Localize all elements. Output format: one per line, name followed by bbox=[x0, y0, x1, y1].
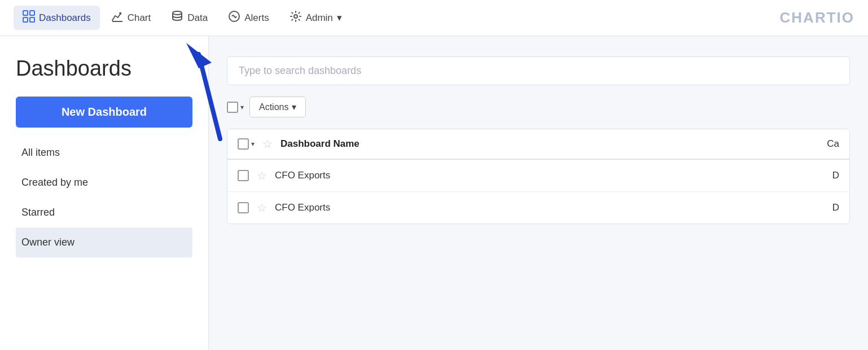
svg-point-5 bbox=[173, 11, 182, 15]
nav-item-data[interactable]: Data bbox=[162, 6, 217, 30]
nav-item-admin[interactable]: Admin ▾ bbox=[280, 6, 351, 30]
header-checkbox[interactable] bbox=[238, 138, 249, 150]
nav-items-list: Dashboards Chart Data bbox=[14, 6, 351, 30]
actions-label: Actions bbox=[259, 102, 288, 112]
table-row: ☆ CFO Exports D bbox=[227, 192, 849, 224]
row-2-checkbox[interactable] bbox=[238, 202, 249, 213]
table-header: ▾ ☆ Dashboard Name Ca bbox=[227, 129, 849, 160]
admin-icon bbox=[290, 10, 302, 25]
sidebar-title: Dashboards bbox=[16, 56, 192, 81]
select-all-checkbox-wrap: ▾ bbox=[227, 102, 244, 113]
svg-rect-0 bbox=[23, 11, 28, 15]
brand-logo: CHARTIO bbox=[780, 9, 854, 27]
nav-chart-label: Chart bbox=[128, 12, 151, 24]
sidebar: Dashboards New Dashboard All items Creat… bbox=[0, 36, 209, 350]
sidebar-item-owner-view[interactable]: Owner view bbox=[16, 228, 192, 257]
sidebar-item-starred[interactable]: Starred bbox=[16, 198, 192, 228]
row-1-checkbox[interactable] bbox=[238, 170, 249, 181]
search-input[interactable] bbox=[227, 56, 850, 85]
table-row: ☆ CFO Exports D bbox=[227, 160, 849, 192]
data-icon bbox=[171, 10, 183, 25]
select-dropdown-arrow[interactable]: ▾ bbox=[240, 103, 244, 111]
top-navigation: Dashboards Chart Data bbox=[0, 0, 868, 36]
row-1-col2: D bbox=[832, 170, 839, 181]
new-dashboard-button[interactable]: New Dashboard bbox=[16, 97, 192, 128]
nav-item-alerts[interactable]: Alerts bbox=[219, 6, 278, 30]
row-2-star-icon[interactable]: ☆ bbox=[257, 201, 267, 215]
nav-item-dashboards[interactable]: Dashboards bbox=[14, 6, 100, 30]
main-content: ▾ Actions ▾ ▾ ☆ Dashboard Name Ca bbox=[209, 36, 868, 350]
sidebar-item-created-by-me[interactable]: Created by me bbox=[16, 168, 192, 198]
actions-button[interactable]: Actions ▾ bbox=[249, 97, 306, 117]
col-dashboard-name: Dashboard Name bbox=[280, 138, 360, 150]
row-1-dashboard-name[interactable]: CFO Exports bbox=[275, 170, 330, 181]
nav-item-chart[interactable]: Chart bbox=[102, 6, 160, 30]
admin-chevron-icon: ▾ bbox=[337, 12, 342, 24]
sidebar-item-all-items[interactable]: All items bbox=[16, 138, 192, 168]
nav-dashboards-label: Dashboards bbox=[39, 12, 91, 24]
svg-rect-2 bbox=[23, 18, 28, 22]
main-layout: Dashboards New Dashboard All items Creat… bbox=[0, 36, 868, 350]
row-2-dashboard-name[interactable]: CFO Exports bbox=[275, 202, 330, 213]
row-1-star-icon[interactable]: ☆ bbox=[257, 169, 267, 182]
header-dropdown-arrow[interactable]: ▾ bbox=[251, 140, 255, 148]
chart-icon bbox=[111, 10, 124, 25]
row-2-col2: D bbox=[832, 202, 839, 213]
dashboard-table: ▾ ☆ Dashboard Name Ca ☆ CFO Exports D ☆ … bbox=[227, 129, 850, 224]
nav-data-label: Data bbox=[187, 12, 208, 24]
alerts-icon bbox=[228, 10, 240, 25]
dashboards-icon bbox=[23, 10, 35, 25]
svg-rect-3 bbox=[30, 18, 34, 22]
select-all-checkbox[interactable] bbox=[227, 102, 238, 113]
sidebar-nav: All items Created by me Starred Owner vi… bbox=[16, 138, 192, 257]
nav-admin-label: Admin bbox=[306, 12, 333, 24]
header-star-icon: ☆ bbox=[262, 137, 273, 151]
col-partial: Ca bbox=[827, 138, 839, 150]
svg-rect-1 bbox=[30, 11, 34, 15]
svg-point-7 bbox=[294, 15, 297, 18]
toolbar-row: ▾ Actions ▾ bbox=[227, 97, 850, 117]
actions-chevron-icon: ▾ bbox=[292, 102, 296, 112]
header-checkbox-wrap: ▾ bbox=[238, 138, 255, 150]
nav-alerts-label: Alerts bbox=[244, 12, 269, 24]
